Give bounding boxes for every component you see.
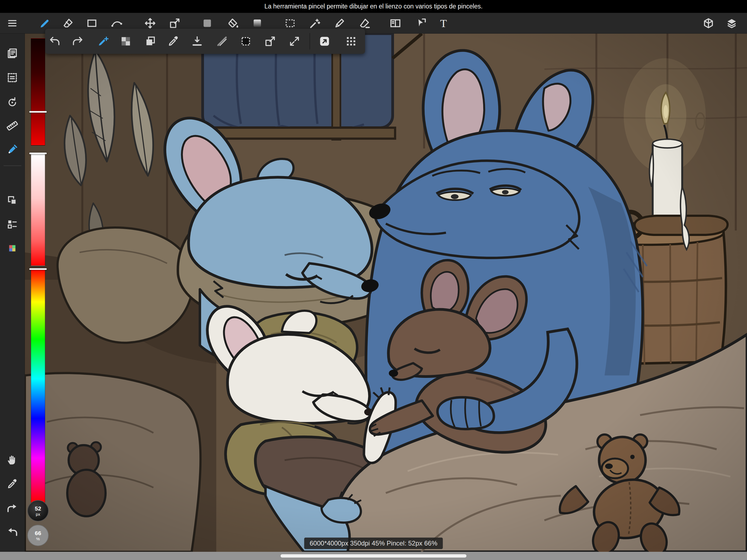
brush-size-unit: px [36, 512, 40, 516]
snap-cursor-icon[interactable] [413, 16, 429, 31]
select-layout-icon[interactable] [5, 70, 20, 85]
antialias-off-icon[interactable] [214, 34, 230, 49]
ruler-icon[interactable] [5, 118, 20, 133]
shade-slider[interactable] [31, 38, 45, 146]
share-icon[interactable] [317, 34, 332, 49]
tint-slider[interactable] [31, 153, 45, 266]
quick-access-bar [45, 29, 365, 54]
palette-icon[interactable] [5, 240, 20, 256]
layers-icon[interactable] [724, 16, 739, 31]
hint-bar: La herramienta pincel permite dibujar en… [0, 0, 747, 13]
scale-up-icon[interactable] [262, 34, 278, 49]
menu-icon[interactable] [5, 16, 20, 31]
horizontal-scrollbar-handle[interactable] [281, 554, 466, 558]
save-icon[interactable] [189, 34, 205, 49]
fill-selection-icon[interactable] [238, 34, 254, 49]
text-tool-label: T [440, 17, 447, 30]
reset-rotation-icon[interactable] [5, 94, 20, 110]
tint-slider-marker[interactable] [29, 153, 47, 154]
brush-opacity-indicator[interactable]: 66 % [27, 525, 49, 546]
split-view-icon[interactable] [388, 16, 403, 31]
hue-slider[interactable] [31, 269, 45, 503]
undo-icon[interactable] [47, 34, 62, 49]
brush-settings-icon[interactable] [95, 34, 110, 49]
paint-app: La herramienta pincel permite dibujar en… [0, 0, 747, 560]
text-tool-icon[interactable]: T [436, 16, 451, 31]
hint-text: La herramienta pincel permite dibujar en… [264, 3, 483, 10]
redo-icon[interactable] [70, 34, 85, 49]
brush-opacity-value: 66 [35, 530, 41, 536]
fullscreen-icon[interactable] [287, 34, 302, 49]
shade-slider-marker[interactable] [29, 111, 47, 113]
brush-size-value: 52 [35, 506, 41, 511]
redo-curve-icon[interactable] [5, 501, 20, 516]
layer-panel-icon[interactable] [5, 217, 20, 232]
canvas-surface[interactable] [25, 34, 747, 552]
airbrush-tool-icon[interactable] [5, 142, 20, 157]
eyedropper-tool-icon[interactable] [5, 476, 20, 492]
horizontal-scrollbar-track[interactable] [0, 552, 747, 560]
quick-bar-divider [310, 33, 310, 50]
eyedropper-icon[interactable] [166, 34, 181, 49]
duplicate-layer-icon[interactable] [143, 34, 158, 49]
grid-icon[interactable] [343, 34, 359, 49]
hand-tool-icon[interactable] [5, 452, 20, 467]
pages-icon[interactable] [5, 46, 20, 61]
status-bar: 6000*4000px 350dpi 45% Pincel: 52px 66% [304, 538, 443, 549]
material-3d-icon[interactable] [701, 16, 716, 31]
brush-size-indicator[interactable]: 52 px [27, 500, 49, 521]
brush-opacity-unit: % [36, 537, 40, 541]
transparent-background-icon[interactable] [118, 34, 133, 49]
sidebar [0, 34, 25, 552]
sidebar-divider [4, 166, 21, 166]
artwork-mouse-family [25, 34, 747, 552]
hue-slider-marker[interactable] [29, 268, 47, 270]
color-pair-icon[interactable] [5, 193, 20, 208]
undo-curve-icon[interactable] [5, 525, 20, 540]
